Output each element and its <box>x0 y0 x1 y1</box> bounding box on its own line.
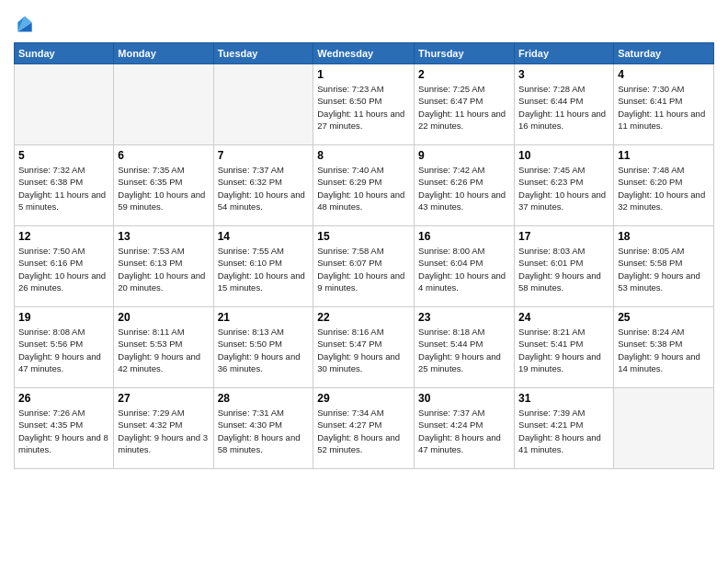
day-info: Sunrise: 8:16 AM Sunset: 5:47 PM Dayligh… <box>317 326 410 374</box>
day-number: 21 <box>218 311 310 324</box>
calendar-week-row: 5Sunrise: 7:32 AM Sunset: 6:38 PM Daylig… <box>15 145 714 226</box>
calendar-cell <box>614 388 714 469</box>
calendar-table: SundayMondayTuesdayWednesdayThursdayFrid… <box>14 42 714 469</box>
calendar-cell: 11Sunrise: 7:48 AM Sunset: 6:20 PM Dayli… <box>614 145 714 226</box>
day-number: 19 <box>18 311 109 324</box>
calendar-cell: 22Sunrise: 8:16 AM Sunset: 5:47 PM Dayli… <box>313 307 415 388</box>
day-number: 29 <box>317 392 410 405</box>
logo <box>14 13 34 35</box>
day-number: 11 <box>618 149 710 162</box>
day-info: Sunrise: 7:40 AM Sunset: 6:29 PM Dayligh… <box>317 164 410 213</box>
day-info: Sunrise: 7:39 AM Sunset: 4:21 PM Dayligh… <box>518 407 609 455</box>
day-number: 28 <box>218 392 310 405</box>
day-info: Sunrise: 7:37 AM Sunset: 6:32 PM Dayligh… <box>218 164 310 213</box>
calendar-cell: 5Sunrise: 7:32 AM Sunset: 6:38 PM Daylig… <box>15 145 114 226</box>
day-info: Sunrise: 7:53 AM Sunset: 6:13 PM Dayligh… <box>118 245 209 293</box>
day-number: 18 <box>618 230 710 243</box>
day-info: Sunrise: 8:05 AM Sunset: 5:58 PM Dayligh… <box>618 245 710 293</box>
day-info: Sunrise: 8:18 AM Sunset: 5:44 PM Dayligh… <box>418 326 510 374</box>
day-number: 31 <box>518 392 609 405</box>
day-number: 2 <box>418 68 510 81</box>
calendar-cell: 10Sunrise: 7:45 AM Sunset: 6:23 PM Dayli… <box>515 145 614 226</box>
calendar-header-row: SundayMondayTuesdayWednesdayThursdayFrid… <box>15 43 714 64</box>
day-info: Sunrise: 7:35 AM Sunset: 6:35 PM Dayligh… <box>118 164 209 213</box>
logo-icon <box>16 13 34 35</box>
calendar-cell: 16Sunrise: 8:00 AM Sunset: 6:04 PM Dayli… <box>415 226 515 307</box>
day-info: Sunrise: 7:29 AM Sunset: 4:32 PM Dayligh… <box>118 407 209 455</box>
day-number: 8 <box>317 149 410 162</box>
weekday-header: Saturday <box>614 43 714 64</box>
calendar-cell: 30Sunrise: 7:37 AM Sunset: 4:24 PM Dayli… <box>415 388 515 469</box>
day-number: 15 <box>317 230 410 243</box>
calendar-week-row: 12Sunrise: 7:50 AM Sunset: 6:16 PM Dayli… <box>15 226 714 307</box>
day-info: Sunrise: 7:25 AM Sunset: 6:47 PM Dayligh… <box>418 83 510 132</box>
day-number: 30 <box>418 392 510 405</box>
calendar-cell: 1Sunrise: 7:23 AM Sunset: 6:50 PM Daylig… <box>313 64 415 145</box>
calendar-cell: 21Sunrise: 8:13 AM Sunset: 5:50 PM Dayli… <box>213 307 313 388</box>
day-info: Sunrise: 7:50 AM Sunset: 6:16 PM Dayligh… <box>18 245 109 293</box>
calendar-cell: 7Sunrise: 7:37 AM Sunset: 6:32 PM Daylig… <box>213 145 313 226</box>
day-info: Sunrise: 7:45 AM Sunset: 6:23 PM Dayligh… <box>518 164 609 213</box>
calendar-cell: 6Sunrise: 7:35 AM Sunset: 6:35 PM Daylig… <box>114 145 213 226</box>
calendar-cell: 9Sunrise: 7:42 AM Sunset: 6:26 PM Daylig… <box>415 145 515 226</box>
weekday-header: Sunday <box>15 43 114 64</box>
day-number: 14 <box>218 230 310 243</box>
calendar-cell: 18Sunrise: 8:05 AM Sunset: 5:58 PM Dayli… <box>614 226 714 307</box>
calendar-week-row: 26Sunrise: 7:26 AM Sunset: 4:35 PM Dayli… <box>15 388 714 469</box>
day-info: Sunrise: 7:42 AM Sunset: 6:26 PM Dayligh… <box>418 164 510 213</box>
day-info: Sunrise: 8:08 AM Sunset: 5:56 PM Dayligh… <box>18 326 109 374</box>
calendar-cell: 8Sunrise: 7:40 AM Sunset: 6:29 PM Daylig… <box>313 145 415 226</box>
day-number: 3 <box>518 68 609 81</box>
day-number: 26 <box>18 392 109 405</box>
day-info: Sunrise: 8:24 AM Sunset: 5:38 PM Dayligh… <box>618 326 710 374</box>
day-info: Sunrise: 7:28 AM Sunset: 6:44 PM Dayligh… <box>518 83 609 132</box>
calendar-cell <box>15 64 114 145</box>
day-number: 17 <box>518 230 609 243</box>
day-info: Sunrise: 7:30 AM Sunset: 6:41 PM Dayligh… <box>618 83 710 132</box>
day-number: 25 <box>618 311 710 324</box>
calendar-cell: 25Sunrise: 8:24 AM Sunset: 5:38 PM Dayli… <box>614 307 714 388</box>
day-info: Sunrise: 7:37 AM Sunset: 4:24 PM Dayligh… <box>418 407 510 455</box>
day-number: 5 <box>18 149 109 162</box>
day-number: 22 <box>317 311 410 324</box>
day-number: 1 <box>317 68 410 81</box>
calendar-cell: 4Sunrise: 7:30 AM Sunset: 6:41 PM Daylig… <box>614 64 714 145</box>
day-info: Sunrise: 7:58 AM Sunset: 6:07 PM Dayligh… <box>317 245 410 293</box>
calendar-cell: 31Sunrise: 7:39 AM Sunset: 4:21 PM Dayli… <box>515 388 614 469</box>
day-info: Sunrise: 7:32 AM Sunset: 6:38 PM Dayligh… <box>18 164 109 213</box>
day-info: Sunrise: 7:34 AM Sunset: 4:27 PM Dayligh… <box>317 407 410 455</box>
weekday-header: Friday <box>515 43 614 64</box>
day-info: Sunrise: 8:11 AM Sunset: 5:53 PM Dayligh… <box>118 326 209 374</box>
calendar-cell: 2Sunrise: 7:25 AM Sunset: 6:47 PM Daylig… <box>415 64 515 145</box>
calendar-cell <box>213 64 313 145</box>
page-container: SundayMondayTuesdayWednesdayThursdayFrid… <box>0 0 728 478</box>
day-number: 10 <box>518 149 609 162</box>
calendar-cell: 27Sunrise: 7:29 AM Sunset: 4:32 PM Dayli… <box>114 388 213 469</box>
day-number: 4 <box>618 68 710 81</box>
day-number: 27 <box>118 392 209 405</box>
day-info: Sunrise: 8:13 AM Sunset: 5:50 PM Dayligh… <box>218 326 310 374</box>
day-number: 9 <box>418 149 510 162</box>
calendar-cell: 19Sunrise: 8:08 AM Sunset: 5:56 PM Dayli… <box>15 307 114 388</box>
day-number: 23 <box>418 311 510 324</box>
weekday-header: Thursday <box>415 43 515 64</box>
day-number: 24 <box>518 311 609 324</box>
day-info: Sunrise: 7:55 AM Sunset: 6:10 PM Dayligh… <box>218 245 310 293</box>
weekday-header: Tuesday <box>213 43 313 64</box>
day-info: Sunrise: 8:03 AM Sunset: 6:01 PM Dayligh… <box>518 245 609 293</box>
calendar-cell: 17Sunrise: 8:03 AM Sunset: 6:01 PM Dayli… <box>515 226 614 307</box>
calendar-cell <box>114 64 213 145</box>
calendar-cell: 14Sunrise: 7:55 AM Sunset: 6:10 PM Dayli… <box>213 226 313 307</box>
day-info: Sunrise: 7:23 AM Sunset: 6:50 PM Dayligh… <box>317 83 410 132</box>
weekday-header: Monday <box>114 43 213 64</box>
calendar-cell: 15Sunrise: 7:58 AM Sunset: 6:07 PM Dayli… <box>313 226 415 307</box>
calendar-cell: 24Sunrise: 8:21 AM Sunset: 5:41 PM Dayli… <box>515 307 614 388</box>
day-info: Sunrise: 8:21 AM Sunset: 5:41 PM Dayligh… <box>518 326 609 374</box>
day-info: Sunrise: 7:31 AM Sunset: 4:30 PM Dayligh… <box>218 407 310 455</box>
calendar-cell: 3Sunrise: 7:28 AM Sunset: 6:44 PM Daylig… <box>515 64 614 145</box>
weekday-header: Wednesday <box>313 43 415 64</box>
day-info: Sunrise: 8:00 AM Sunset: 6:04 PM Dayligh… <box>418 245 510 293</box>
calendar-week-row: 19Sunrise: 8:08 AM Sunset: 5:56 PM Dayli… <box>15 307 714 388</box>
calendar-cell: 13Sunrise: 7:53 AM Sunset: 6:13 PM Dayli… <box>114 226 213 307</box>
calendar-cell: 26Sunrise: 7:26 AM Sunset: 4:35 PM Dayli… <box>15 388 114 469</box>
